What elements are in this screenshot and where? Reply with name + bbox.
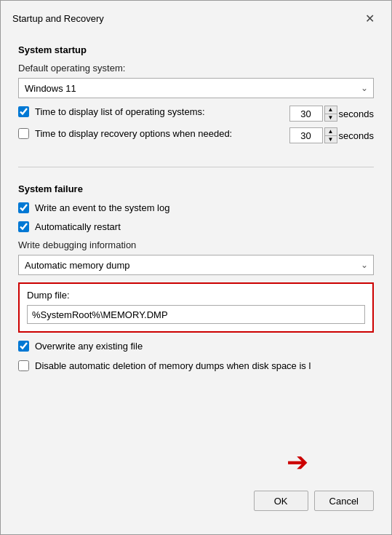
arrow-area: ➔	[18, 447, 374, 477]
recovery-time-up-button[interactable]: ▲	[324, 127, 337, 135]
recovery-time-spinner: ▲ ▼	[324, 127, 337, 143]
debug-dropdown[interactable]: Automatic memory dump Complete memory du…	[18, 255, 374, 275]
display-time-down-button[interactable]: ▼	[324, 114, 337, 122]
os-dropdown[interactable]: Windows 11	[18, 78, 374, 98]
recovery-time-units: seconds	[339, 130, 374, 141]
display-time-checkbox[interactable]	[18, 106, 29, 117]
debug-field-label: Write debugging information	[18, 239, 374, 250]
disable-deletion-label: Disable automatic deletion of memory dum…	[35, 360, 311, 373]
dump-file-box: Dump file:	[18, 282, 374, 333]
auto-restart-checkbox[interactable]	[18, 221, 29, 232]
disable-deletion-row: Disable automatic deletion of memory dum…	[18, 360, 374, 373]
display-time-units: seconds	[339, 108, 374, 119]
recovery-time-label: Time to display recovery options when ne…	[35, 127, 232, 140]
auto-restart-label: Automatically restart	[35, 221, 121, 234]
disable-deletion-checkbox[interactable]	[18, 360, 29, 371]
recovery-time-row: Time to display recovery options when ne…	[18, 127, 374, 143]
display-time-row: Time to display list of operating system…	[18, 106, 374, 122]
dialog-body: System startup Default operating system:…	[1, 33, 391, 534]
display-time-label: Time to display list of operating system…	[35, 106, 205, 119]
overwrite-label: Overwrite any existing file	[35, 340, 143, 353]
display-time-up-button[interactable]: ▲	[324, 106, 337, 114]
display-time-spinner: ▲ ▼	[324, 106, 337, 122]
os-field-label: Default operating system:	[18, 63, 374, 74]
system-startup-section: System startup Default operating system:…	[18, 41, 374, 149]
close-button[interactable]: ✕	[359, 8, 380, 28]
debug-dropdown-wrapper: Automatic memory dump Complete memory du…	[18, 255, 374, 275]
red-arrow-icon: ➔	[287, 447, 308, 477]
cancel-button[interactable]: Cancel	[314, 491, 374, 511]
write-event-checkbox[interactable]	[18, 202, 29, 213]
system-failure-section: System failure Write an event to the sys…	[18, 181, 374, 379]
button-row: OK Cancel	[18, 482, 374, 511]
dump-file-input[interactable]	[27, 305, 365, 324]
auto-restart-row: Automatically restart	[18, 221, 374, 234]
write-event-row: Write an event to the system log	[18, 202, 374, 215]
write-event-label: Write an event to the system log	[35, 202, 169, 215]
display-time-input[interactable]: 30	[289, 106, 323, 122]
dump-file-label: Dump file:	[27, 290, 365, 301]
dialog-title: Startup and Recovery	[12, 13, 104, 24]
failure-section-label: System failure	[18, 183, 374, 194]
section-divider	[18, 167, 374, 167]
recovery-time-checkbox[interactable]	[18, 128, 29, 139]
overwrite-checkbox[interactable]	[18, 341, 29, 352]
bottom-area: ➔ OK Cancel	[18, 379, 374, 523]
recovery-time-input[interactable]: 30	[289, 127, 323, 143]
startup-section-label: System startup	[18, 44, 374, 55]
recovery-time-down-button[interactable]: ▼	[324, 135, 337, 143]
overwrite-row: Overwrite any existing file	[18, 340, 374, 353]
os-dropdown-wrapper: Windows 11 ⌄	[18, 78, 374, 98]
title-bar: Startup and Recovery ✕	[1, 1, 391, 33]
startup-and-recovery-dialog: Startup and Recovery ✕ System startup De…	[0, 0, 392, 535]
ok-button[interactable]: OK	[254, 491, 308, 511]
